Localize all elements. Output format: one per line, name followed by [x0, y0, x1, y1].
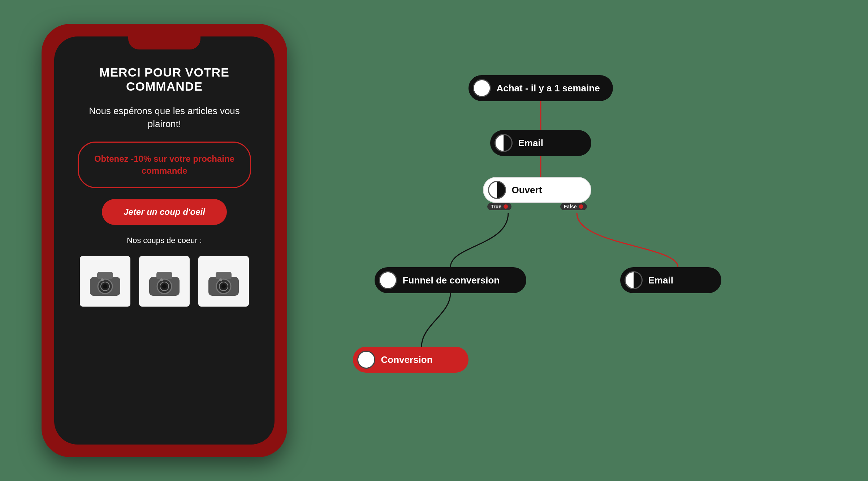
svg-point-16	[221, 284, 226, 289]
svg-rect-7	[156, 272, 172, 279]
camera-icon-1	[87, 267, 123, 296]
flow-node-funnel[interactable]: Funnel de conversion	[375, 267, 526, 293]
true-label: True	[491, 204, 502, 209]
email2-label: Email	[648, 275, 673, 286]
svg-rect-13	[216, 272, 232, 279]
promo-box: Obtenez -10% sur votre prochaine command…	[78, 142, 251, 188]
email2-circle	[625, 271, 643, 289]
svg-point-5	[101, 278, 104, 281]
phone-outer: MERCI POUR VOTRE COMMANDE Nous espérons …	[42, 24, 287, 457]
achat-label: Achat - il y a 1 semaine	[497, 83, 600, 94]
flow-node-email1[interactable]: Email	[490, 130, 591, 156]
phone-title: MERCI POUR VOTRE COMMANDE	[72, 65, 256, 94]
svg-rect-1	[97, 272, 113, 279]
flow-node-conversion[interactable]: Conversion	[353, 347, 468, 373]
email1-label: Email	[518, 138, 543, 149]
product-image-1	[80, 256, 130, 307]
svg-point-11	[160, 278, 163, 281]
flow-node-achat[interactable]: Achat - il y a 1 semaine	[468, 75, 613, 101]
false-badge: False	[560, 203, 587, 210]
svg-point-4	[103, 284, 107, 289]
product-images	[80, 256, 249, 307]
products-label: Nos coups de coeur :	[127, 236, 202, 245]
false-label: False	[564, 204, 577, 209]
phone-section: MERCI POUR VOTRE COMMANDE Nous espérons …	[0, 0, 307, 481]
flow-connectors	[317, 0, 859, 481]
false-dot	[579, 204, 583, 209]
product-image-3	[198, 256, 249, 307]
branch-badges: True False	[484, 203, 591, 210]
achat-circle	[473, 79, 491, 97]
phone-content: MERCI POUR VOTRE COMMANDE Nous espérons …	[54, 36, 275, 321]
svg-point-10	[162, 284, 167, 289]
svg-point-17	[219, 278, 222, 281]
true-dot	[504, 204, 508, 209]
funnel-label: Funnel de conversion	[403, 275, 500, 286]
conversion-label: Conversion	[381, 354, 433, 365]
flow-section: Achat - il y a 1 semaine Email Ouvert Tr…	[307, 0, 868, 481]
flow-node-ouvert[interactable]: Ouvert True False	[483, 177, 591, 203]
camera-icon-3	[206, 267, 242, 296]
conversion-circle	[357, 351, 375, 369]
camera-icon-2	[146, 267, 182, 296]
cta-button[interactable]: Jeter un coup d'oeil	[102, 199, 227, 225]
funnel-circle	[379, 271, 397, 289]
ouvert-circle	[488, 181, 506, 199]
phone-subtitle: Nous espérons que les articles vous plai…	[72, 104, 256, 131]
phone-notch	[128, 36, 200, 49]
promo-text: Obtenez -10% sur votre prochaine command…	[93, 153, 236, 177]
email1-circle	[495, 134, 513, 152]
product-image-2	[139, 256, 190, 307]
phone-inner: MERCI POUR VOTRE COMMANDE Nous espérons …	[54, 36, 275, 445]
flow-canvas: Achat - il y a 1 semaine Email Ouvert Tr…	[317, 0, 859, 481]
flow-node-email2[interactable]: Email	[620, 267, 721, 293]
ouvert-label: Ouvert	[512, 185, 542, 196]
true-badge: True	[487, 203, 512, 210]
